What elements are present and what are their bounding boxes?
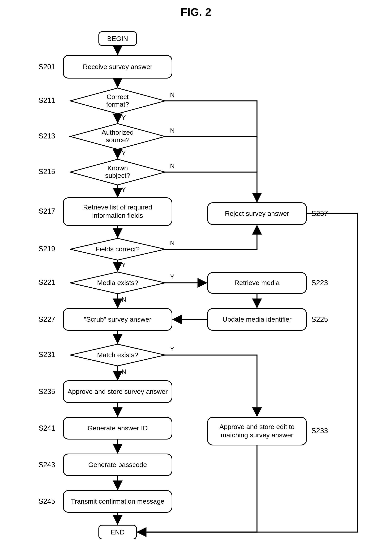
- svg-text:END: END: [111, 528, 125, 536]
- node-s241: Generate answer ID: [63, 417, 172, 439]
- code-s219: S219: [39, 245, 55, 253]
- svg-text:Authorized: Authorized: [102, 129, 134, 136]
- node-s233: Approve and store edit to matching surve…: [208, 417, 306, 445]
- node-s235: Approve and store survey answer: [63, 381, 172, 402]
- code-s241: S241: [39, 424, 55, 432]
- edge-s219-s237: [165, 225, 257, 249]
- node-s225: Update media identifier: [208, 309, 306, 330]
- code-s225: S225: [311, 315, 328, 323]
- svg-text:matching survey answer: matching survey answer: [221, 431, 293, 439]
- svg-text:format?: format?: [106, 100, 129, 108]
- code-s211: S211: [39, 96, 55, 104]
- node-s215: Known subject?: [70, 159, 165, 185]
- code-s233: S233: [311, 427, 328, 435]
- label-n: N: [170, 162, 175, 170]
- code-s217: S217: [39, 207, 55, 215]
- node-s211: Correct format?: [70, 88, 165, 114]
- code-s215: S215: [39, 168, 55, 176]
- svg-text:Receive survey answer: Receive survey answer: [83, 63, 152, 70]
- node-s227: "Scrub" survey answer: [63, 309, 172, 330]
- code-s235: S235: [39, 387, 55, 396]
- label-y: Y: [121, 149, 126, 157]
- edge-s237-end: [137, 214, 358, 532]
- node-s219: Fields correct?: [70, 238, 165, 260]
- code-s231: S231: [39, 351, 55, 359]
- edge-s211-s237: [165, 101, 257, 202]
- node-s201: Receive survey answer: [63, 55, 172, 78]
- edge-s231-s233: [165, 355, 257, 416]
- label-n: N: [170, 239, 175, 247]
- svg-text:Approve and store edit to: Approve and store edit to: [219, 423, 295, 430]
- label-y: Y: [170, 345, 174, 352]
- node-s237: Reject survey answer: [208, 203, 306, 224]
- svg-text:Media exists?: Media exists?: [97, 279, 138, 287]
- code-s245: S245: [39, 497, 55, 505]
- node-s231: Match exists?: [70, 344, 165, 366]
- code-s213: S213: [39, 132, 55, 140]
- node-s243: Generate passcode: [63, 454, 172, 476]
- node-begin: BEGIN: [99, 32, 136, 46]
- svg-text:BEGIN: BEGIN: [107, 35, 128, 42]
- svg-text:Approve and store survey answe: Approve and store survey answer: [68, 388, 168, 395]
- node-s245: Transmit confirmation message: [63, 491, 172, 512]
- svg-text:source?: source?: [106, 136, 130, 144]
- svg-text:Transmit confirmation message: Transmit confirmation message: [71, 498, 164, 505]
- svg-text:Correct: Correct: [107, 93, 129, 100]
- code-s243: S243: [39, 461, 55, 469]
- svg-text:subject?: subject?: [105, 172, 130, 179]
- label-n: N: [121, 368, 126, 375]
- svg-text:Match exists?: Match exists?: [97, 351, 138, 359]
- svg-text:Fields correct?: Fields correct?: [96, 245, 140, 253]
- svg-text:Update media identifier: Update media identifier: [222, 315, 292, 323]
- label-n: N: [121, 296, 126, 303]
- node-end: END: [99, 525, 136, 539]
- code-s227: S227: [39, 315, 55, 323]
- svg-text:information fields: information fields: [92, 212, 143, 219]
- label-y: Y: [121, 261, 126, 268]
- svg-text:Reject survey answer: Reject survey answer: [225, 210, 289, 217]
- label-y: Y: [121, 186, 126, 193]
- flowchart: FIG. 2 BEGIN Receive survey answer S201 …: [0, 0, 392, 557]
- node-s217: Retrieve list of required information fi…: [63, 198, 172, 225]
- code-s221: S221: [39, 278, 55, 287]
- node-s213: Authorized source?: [70, 124, 165, 149]
- label-n: N: [170, 127, 175, 134]
- label-n: N: [170, 91, 175, 98]
- code-s223: S223: [311, 279, 328, 287]
- svg-text:"Scrub" survey answer: "Scrub" survey answer: [84, 315, 152, 323]
- svg-text:Generate  passcode: Generate passcode: [88, 461, 147, 468]
- svg-text:Retrieve media: Retrieve media: [234, 279, 280, 287]
- node-s221: Media exists?: [70, 272, 165, 294]
- node-s223: Retrieve media: [208, 273, 306, 293]
- svg-text:Known: Known: [107, 164, 128, 172]
- label-y: Y: [170, 273, 174, 280]
- figure-title: FIG. 2: [180, 6, 211, 18]
- label-y: Y: [121, 114, 126, 121]
- svg-text:Retrieve list of required: Retrieve list of required: [83, 203, 152, 211]
- svg-text:Generate answer ID: Generate answer ID: [88, 424, 148, 432]
- code-s201: S201: [39, 63, 55, 71]
